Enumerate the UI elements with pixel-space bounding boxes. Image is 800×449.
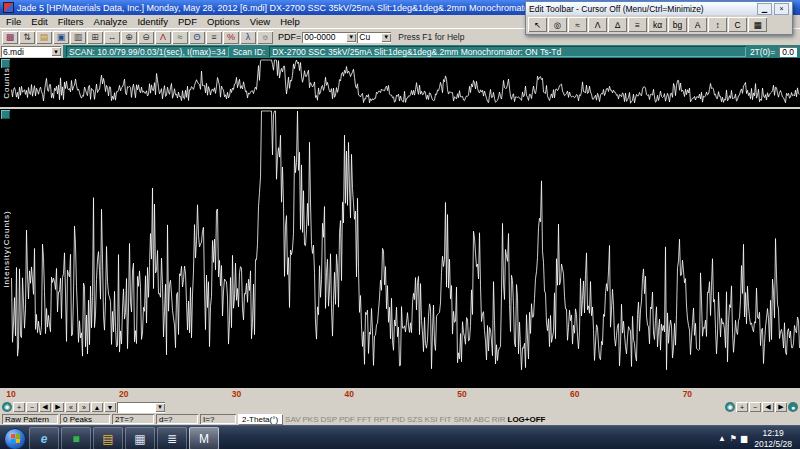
menu-view[interactable]: View [245,16,275,27]
home-range-button[interactable]: ◉ [2,402,12,412]
refresh-view-button[interactable]: ● [788,402,798,412]
flip-axes-icon[interactable]: ⇅ [19,31,35,44]
full-view-button[interactable]: ◉ [725,402,735,412]
pdf-number-combo[interactable]: 00-0000 ▼ [302,32,356,43]
edit-toolbar-window[interactable]: Edit Toolbar - Cursor Off (Menu/Ctrl=Min… [525,1,793,35]
menu-filters[interactable]: Filters [53,16,89,27]
chevron-down-icon[interactable]: ▼ [346,33,356,42]
pan-left-button[interactable]: ◀ [39,402,51,412]
page-right-button[interactable]: » [78,402,90,412]
windows-taskbar: e■▤▦≣M ▲⚑▆ 12:19 2012/5/28 [0,425,800,449]
anode-combo[interactable]: Cu ▼ [357,32,391,43]
green-app-taskbar-button[interactable]: ■ [61,427,91,449]
file-combo[interactable]: 6.mdi ▼ [1,46,61,57]
two-theta-zero-field[interactable]: 0.0 [779,47,797,57]
scan-id-field[interactable]: DX-2700 SSC 35kV/25mA Slit:1deg&1deg&.2m… [269,46,746,57]
smooth-icon[interactable]: ≈ [172,31,188,44]
toggle-dsp[interactable]: DSP [321,415,337,424]
toggle-log-off[interactable]: LOG+OFF [508,415,546,424]
menu-analyze[interactable]: Analyze [89,16,133,27]
peak-marker-tool-icon[interactable]: Λ [588,17,607,32]
zoom-tool-icon[interactable]: ◎ [548,17,567,32]
toggle-pdf[interactable]: PDF [339,415,355,424]
search-match-icon[interactable]: Θ [189,31,205,44]
right-zoom-out-button[interactable]: − [749,402,761,412]
copy-icon[interactable]: ⊞ [87,31,103,44]
scale-down-button[interactable]: ▼ [104,402,116,412]
chevron-down-icon[interactable]: ▼ [381,33,391,42]
preferences-icon[interactable]: ☼ [257,31,273,44]
pan-right-button[interactable]: ▶ [52,402,64,412]
zoom-out-icon[interactable]: ⊖ [138,31,154,44]
scale-up-button[interactable]: ▲ [91,402,103,412]
show-hidden-icons-button[interactable]: ▲ [718,434,726,443]
toggle-ksi[interactable]: KSI [425,415,438,424]
overlay-tool-icon[interactable]: ≡ [628,17,647,32]
right-zoom-in-button[interactable]: + [736,402,748,412]
edit-toolbar-close-button[interactable]: × [774,3,789,15]
toggle-abc[interactable]: ABC [473,415,489,424]
edit-toolbar-minimize-button[interactable]: ▁ [757,3,772,15]
toggle-rpt[interactable]: RPT [374,415,390,424]
x-tick-30: 30 [232,389,241,399]
ie-taskbar-button[interactable]: e [29,427,59,449]
zoom-out-x-button[interactable]: − [26,402,38,412]
start-button[interactable] [4,428,26,449]
jade-taskbar-button[interactable]: M [189,427,219,449]
menu-options[interactable]: Options [202,16,245,27]
page-left-button[interactable]: « [65,402,77,412]
main-xrd-plot[interactable] [11,109,800,388]
kalpha2-strip-tool-icon[interactable]: kα [648,17,667,32]
cursor-tool-icon[interactable]: ↖ [528,17,547,32]
window-title: Jade 5 [HP/Materials Data, Inc.] Monday,… [17,3,575,13]
overlay-patterns-icon[interactable]: ▩ [2,31,18,44]
background-fit-tool-icon[interactable]: bg [668,17,687,32]
area-tool-icon[interactable]: ∆ [608,17,627,32]
measure-tool-icon[interactable]: ↕ [708,17,727,32]
trace-tool-icon[interactable]: ≈ [568,17,587,32]
axis-mode-button[interactable]: 2-Theta(°) [238,414,282,424]
calculate-tool-icon[interactable]: C [728,17,747,32]
right-pan-right-button[interactable]: ▶ [775,402,787,412]
toggle-sav[interactable]: SAV [285,415,300,424]
notepad-taskbar-button[interactable]: ≣ [157,427,187,449]
print-icon[interactable]: ▥ [70,31,86,44]
error-weight-icon[interactable]: % [223,31,239,44]
zoom-full-icon[interactable]: ↔ [104,31,120,44]
panel-corner-button[interactable] [1,110,10,119]
menu-help[interactable]: Help [275,16,305,27]
right-pan-left-button[interactable]: ◀ [762,402,774,412]
zoom-in-icon[interactable]: ⊕ [121,31,137,44]
toggle-srm[interactable]: SRM [453,415,471,424]
wavelength-icon[interactable]: λ [240,31,256,44]
chevron-down-icon[interactable]: ▼ [155,403,165,412]
toggle-rir[interactable]: RIR [492,415,506,424]
open-file-icon[interactable]: ▤ [36,31,52,44]
overview-xrd-plot[interactable] [11,58,800,107]
toggle-fit[interactable]: FIT [439,415,451,424]
range-combo[interactable]: ▼ [117,402,165,413]
peak-count-field: 0 Peaks [60,414,110,424]
find-peaks-icon[interactable]: Λ [155,31,171,44]
toggle-szs[interactable]: SZS [407,415,423,424]
chevron-down-icon[interactable]: ▼ [51,47,61,56]
grid-tool-icon[interactable]: ▦ [748,17,767,32]
edit-toolbar-title-bar[interactable]: Edit Toolbar - Cursor Off (Menu/Ctrl=Min… [526,2,792,15]
toggle-fft[interactable]: FFT [357,415,372,424]
report-icon[interactable]: ≡ [206,31,222,44]
save-file-icon[interactable]: ▣ [53,31,69,44]
zoom-in-x-button[interactable]: + [13,402,25,412]
calculator-taskbar-button[interactable]: ▦ [125,427,155,449]
toggle-pks[interactable]: PKS [303,415,319,424]
pattern-type-field[interactable]: Raw Pattern [2,414,58,424]
text-label-tool-icon[interactable]: A [688,17,707,32]
toggle-pid[interactable]: PID [392,415,405,424]
network-icon[interactable]: ▆ [741,434,747,443]
menu-pdf[interactable]: PDF [173,16,202,27]
taskbar-clock[interactable]: 12:19 2012/5/28 [750,428,796,448]
menu-edit[interactable]: Edit [26,16,52,27]
menu-file[interactable]: File [1,16,26,27]
explorer-taskbar-button[interactable]: ▤ [93,427,123,449]
action-center-icon[interactable]: ⚑ [730,434,737,443]
menu-identify[interactable]: Identify [132,16,173,27]
